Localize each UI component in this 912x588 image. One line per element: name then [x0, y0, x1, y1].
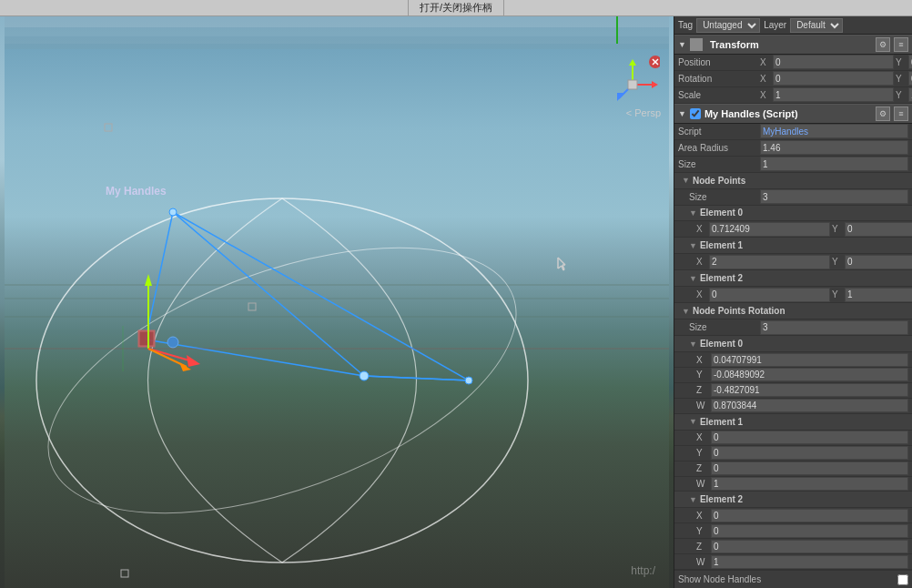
svg-rect-15 [138, 330, 155, 347]
script-label: Script [678, 127, 760, 137]
npr-e1-z-row: Z [674, 461, 912, 477]
show-node-label: Show Node Handles [678, 574, 897, 584]
np-e0-x-input[interactable] [709, 222, 830, 237]
node-points-arrow[interactable]: ▼ [682, 176, 690, 185]
tag-select[interactable]: Untagged [696, 18, 760, 33]
npr-e0-y-input[interactable] [711, 368, 908, 381]
transform-menu-icon[interactable]: ≡ [894, 37, 908, 52]
node-points-size-input[interactable] [760, 189, 908, 204]
position-x-input[interactable] [773, 55, 894, 69]
npr-e2-x-row: X [674, 508, 912, 523]
npr-e0-z-input[interactable] [711, 383, 908, 397]
transform-icon [690, 38, 703, 51]
npr-e0-x-row: X [674, 352, 912, 368]
npr-e1-w-input[interactable] [711, 477, 908, 491]
scale-x-label: X [760, 90, 771, 100]
npr-e0-w-input[interactable] [711, 399, 908, 412]
npr-e1-w-row: W [674, 477, 912, 492]
np-rotation-header: ▼ Node Points Rotation [674, 303, 912, 319]
svg-marker-39 [629, 59, 636, 66]
my-handles-label: My Handles [106, 185, 167, 198]
my-handles-enabled-checkbox[interactable] [690, 108, 701, 119]
top-bar: 打开/关闭操作柄 [0, 0, 912, 16]
rotation-row: Rotation X Y Z [674, 71, 912, 87]
rotation-x-input[interactable] [773, 71, 894, 86]
npr-e2-z-row: Z [674, 539, 912, 554]
npr-element0-arrow[interactable]: ▼ [689, 340, 697, 349]
npr-e2-z-input[interactable] [711, 540, 908, 553]
scale-y-input[interactable] [908, 87, 912, 102]
scale-xyz: X Y Z [760, 87, 912, 102]
npr-element2-header: ▼ Element 2 [674, 492, 912, 508]
svg-rect-1 [5, 16, 669, 27]
np-e2-y-input[interactable] [845, 288, 912, 302]
npr-element2-arrow[interactable]: ▼ [689, 495, 697, 504]
np-element2-header: ▼ Element 2 [674, 270, 912, 287]
node-points-header: ▼ Node Points [674, 173, 912, 189]
layer-label: Layer [764, 20, 786, 30]
npr-e1-x-input[interactable] [711, 431, 908, 444]
npr-e1-y-input[interactable] [711, 446, 908, 460]
transform-section-header: ▼ Transform ⚙ ≡ [674, 35, 912, 55]
viewport[interactable]: < Persp My Handles http:/ [0, 16, 674, 588]
area-radius-label: Area Radius [678, 143, 760, 153]
np-e2-y-label: Y [832, 289, 843, 299]
svg-marker-37 [652, 81, 658, 88]
rotation-xyz: X Y Z [760, 71, 912, 86]
my-handles-menu-icon[interactable]: ≡ [894, 106, 908, 121]
rotation-x-label: X [760, 74, 771, 84]
my-handles-toggle[interactable]: ▼ [678, 109, 686, 118]
transform-settings-icon[interactable]: ⚙ [876, 37, 890, 52]
npr-e2-w-label: W [696, 557, 711, 567]
area-radius-input[interactable] [760, 140, 908, 155]
rotation-y-label: Y [896, 74, 907, 84]
np-e1-y-input[interactable] [845, 255, 912, 269]
layer-select[interactable]: Default [790, 18, 843, 33]
np-rotation-arrow[interactable]: ▼ [682, 307, 690, 316]
my-handles-size-row: Size [674, 157, 912, 173]
my-handles-size-input[interactable] [760, 157, 908, 171]
np-element2-xyz: X Y Z [678, 288, 912, 302]
my-handles-size-label: Size [678, 159, 760, 169]
npr-e2-w-row: W [674, 554, 912, 570]
script-input[interactable] [760, 124, 908, 138]
np-rotation-size-row: Size [674, 319, 912, 336]
np-element0-xyz: X Y Z [678, 222, 912, 237]
svg-rect-42 [628, 80, 637, 89]
area-radius-row: Area Radius [674, 140, 912, 157]
npr-e0-x-input[interactable] [711, 353, 908, 367]
npr-e2-w-input[interactable] [711, 555, 908, 569]
npr-e0-z-label: Z [696, 385, 711, 395]
npr-e2-y-label: Y [696, 526, 711, 536]
npr-e1-y-row: Y [674, 446, 912, 461]
npr-element1-arrow[interactable]: ▼ [689, 417, 697, 426]
svg-rect-2 [5, 27, 669, 36]
np-element1-arrow[interactable]: ▼ [689, 241, 697, 250]
np-element2-title: Element 2 [700, 273, 743, 283]
np-element0-arrow[interactable]: ▼ [689, 208, 697, 218]
svg-rect-3 [5, 36, 669, 44]
scale-x-input[interactable] [773, 87, 894, 102]
my-handles-settings-icon[interactable]: ⚙ [876, 106, 890, 121]
npr-e2-y-input[interactable] [711, 524, 908, 538]
np-element2-arrow[interactable]: ▼ [689, 274, 697, 283]
npr-e0-y-row: Y [674, 368, 912, 383]
npr-e2-x-input[interactable] [711, 509, 908, 522]
tag-label: Tag [678, 20, 693, 30]
scale-label: Scale [678, 90, 760, 100]
scale-y-label: Y [896, 90, 907, 100]
np-rotation-size-input[interactable] [760, 320, 908, 335]
npr-e1-z-input[interactable] [711, 461, 908, 475]
position-y-input[interactable] [908, 55, 912, 69]
show-node-handles-checkbox[interactable] [897, 574, 908, 585]
toggle-handles-button[interactable]: 打开/关闭操作柄 [408, 0, 504, 16]
transform-toggle[interactable]: ▼ [678, 40, 686, 49]
np-e1-x-input[interactable] [709, 255, 830, 269]
npr-e0-y-label: Y [696, 370, 711, 380]
np-e0-y-input[interactable] [845, 222, 912, 237]
svg-point-17 [167, 337, 178, 348]
rotation-y-input[interactable] [908, 71, 912, 86]
npr-element1-title: Element 1 [700, 417, 743, 427]
np-e2-x-input[interactable] [709, 288, 830, 302]
main-layout: < Persp My Handles http:/ Tag Untagged L… [0, 16, 912, 588]
